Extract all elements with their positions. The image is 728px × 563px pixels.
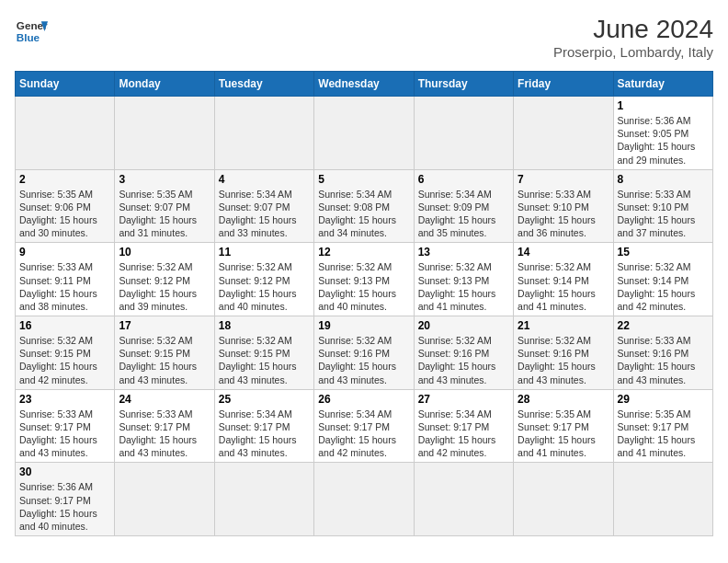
day-info: Sunrise: 5:35 AM Sunset: 9:06 PM Dayligh…	[19, 188, 110, 240]
calendar-cell	[414, 97, 513, 170]
calendar-cell: 9Sunrise: 5:33 AM Sunset: 9:11 PM Daylig…	[16, 243, 115, 316]
day-number: 17	[119, 319, 210, 332]
calendar-cell: 23Sunrise: 5:33 AM Sunset: 9:17 PM Dayli…	[16, 389, 115, 463]
day-number: 4	[219, 173, 310, 186]
calendar-cell: 10Sunrise: 5:32 AM Sunset: 9:12 PM Dayli…	[115, 243, 214, 316]
calendar-cell: 7Sunrise: 5:33 AM Sunset: 9:10 PM Daylig…	[514, 169, 613, 243]
calendar-cell: 21Sunrise: 5:32 AM Sunset: 9:16 PM Dayli…	[514, 316, 613, 390]
day-info: Sunrise: 5:32 AM Sunset: 9:16 PM Dayligh…	[418, 334, 509, 386]
day-info: Sunrise: 5:32 AM Sunset: 9:13 PM Dayligh…	[418, 260, 509, 313]
calendar-cell: 27Sunrise: 5:34 AM Sunset: 9:17 PM Dayli…	[414, 389, 513, 463]
day-header-sunday: Sunday	[16, 72, 115, 97]
calendar-cell: 1Sunrise: 5:36 AM Sunset: 9:05 PM Daylig…	[613, 97, 712, 170]
day-info: Sunrise: 5:34 AM Sunset: 9:09 PM Dayligh…	[418, 188, 509, 240]
calendar-cell: 18Sunrise: 5:32 AM Sunset: 9:15 PM Dayli…	[214, 316, 313, 390]
calendar-cell	[414, 463, 513, 536]
calendar-cell: 4Sunrise: 5:34 AM Sunset: 9:07 PM Daylig…	[214, 169, 313, 243]
week-row-3: 9Sunrise: 5:33 AM Sunset: 9:11 PM Daylig…	[16, 243, 713, 316]
calendar-cell: 15Sunrise: 5:32 AM Sunset: 9:14 PM Dayli…	[613, 243, 712, 316]
day-number: 13	[418, 246, 509, 259]
day-number: 12	[318, 246, 409, 259]
day-number: 21	[518, 319, 609, 332]
calendar-cell: 29Sunrise: 5:35 AM Sunset: 9:17 PM Dayli…	[613, 389, 712, 463]
day-info: Sunrise: 5:32 AM Sunset: 9:14 PM Dayligh…	[618, 260, 709, 313]
calendar-cell: 8Sunrise: 5:33 AM Sunset: 9:10 PM Daylig…	[613, 169, 712, 243]
day-number: 24	[119, 393, 210, 406]
day-info: Sunrise: 5:35 AM Sunset: 9:17 PM Dayligh…	[618, 408, 709, 460]
day-number: 7	[518, 173, 609, 186]
day-info: Sunrise: 5:33 AM Sunset: 9:17 PM Dayligh…	[19, 408, 110, 460]
day-number: 2	[19, 173, 110, 186]
day-info: Sunrise: 5:36 AM Sunset: 9:05 PM Dayligh…	[618, 114, 709, 167]
calendar-cell: 17Sunrise: 5:32 AM Sunset: 9:15 PM Dayli…	[115, 316, 214, 390]
day-info: Sunrise: 5:32 AM Sunset: 9:12 PM Dayligh…	[219, 260, 310, 313]
day-number: 23	[19, 393, 110, 406]
day-info: Sunrise: 5:32 AM Sunset: 9:15 PM Dayligh…	[219, 334, 310, 386]
calendar-title-area: June 2024 Proserpio, Lombardy, Italy	[553, 15, 713, 60]
calendar-header: SundayMondayTuesdayWednesdayThursdayFrid…	[16, 72, 713, 97]
day-number: 1	[618, 99, 709, 112]
day-info: Sunrise: 5:32 AM Sunset: 9:12 PM Dayligh…	[119, 260, 210, 313]
day-info: Sunrise: 5:32 AM Sunset: 9:14 PM Dayligh…	[518, 260, 609, 313]
calendar-cell: 13Sunrise: 5:32 AM Sunset: 9:13 PM Dayli…	[414, 243, 513, 316]
day-info: Sunrise: 5:36 AM Sunset: 9:17 PM Dayligh…	[19, 480, 110, 533]
calendar-cell	[115, 97, 214, 170]
day-info: Sunrise: 5:34 AM Sunset: 9:17 PM Dayligh…	[318, 408, 409, 460]
day-info: Sunrise: 5:34 AM Sunset: 9:08 PM Dayligh…	[318, 188, 409, 240]
day-header-saturday: Saturday	[613, 72, 712, 97]
day-number: 11	[219, 246, 310, 259]
day-info: Sunrise: 5:33 AM Sunset: 9:16 PM Dayligh…	[618, 334, 709, 386]
day-info: Sunrise: 5:34 AM Sunset: 9:07 PM Dayligh…	[219, 188, 310, 240]
day-info: Sunrise: 5:32 AM Sunset: 9:16 PM Dayligh…	[318, 334, 409, 386]
day-header-tuesday: Tuesday	[214, 72, 313, 97]
day-number: 15	[618, 246, 709, 259]
day-info: Sunrise: 5:34 AM Sunset: 9:17 PM Dayligh…	[219, 408, 310, 460]
calendar-cell	[514, 97, 613, 170]
day-info: Sunrise: 5:33 AM Sunset: 9:10 PM Dayligh…	[618, 188, 709, 240]
calendar-cell: 30Sunrise: 5:36 AM Sunset: 9:17 PM Dayli…	[16, 463, 115, 536]
day-number: 5	[318, 173, 409, 186]
day-number: 22	[618, 319, 709, 332]
day-number: 25	[219, 393, 310, 406]
day-number: 29	[618, 393, 709, 406]
calendar-cell	[514, 463, 613, 536]
day-number: 3	[119, 173, 210, 186]
day-number: 27	[418, 393, 509, 406]
calendar-cell: 19Sunrise: 5:32 AM Sunset: 9:16 PM Dayli…	[314, 316, 414, 390]
day-number: 10	[119, 246, 210, 259]
calendar-cell: 24Sunrise: 5:33 AM Sunset: 9:17 PM Dayli…	[115, 389, 214, 463]
day-number: 6	[418, 173, 509, 186]
day-number: 14	[518, 246, 609, 259]
week-row-2: 2Sunrise: 5:35 AM Sunset: 9:06 PM Daylig…	[16, 169, 713, 243]
day-number: 16	[19, 319, 110, 332]
calendar-cell: 11Sunrise: 5:32 AM Sunset: 9:12 PM Dayli…	[214, 243, 313, 316]
svg-text:Blue: Blue	[17, 31, 40, 43]
day-number: 19	[318, 319, 409, 332]
calendar-cell	[613, 463, 712, 536]
calendar-body: 1Sunrise: 5:36 AM Sunset: 9:05 PM Daylig…	[16, 97, 713, 536]
calendar-cell: 20Sunrise: 5:32 AM Sunset: 9:16 PM Dayli…	[414, 316, 513, 390]
calendar-cell: 16Sunrise: 5:32 AM Sunset: 9:15 PM Dayli…	[16, 316, 115, 390]
day-info: Sunrise: 5:35 AM Sunset: 9:07 PM Dayligh…	[119, 188, 210, 240]
day-header-wednesday: Wednesday	[314, 72, 414, 97]
day-info: Sunrise: 5:32 AM Sunset: 9:13 PM Dayligh…	[318, 260, 409, 313]
calendar-cell: 5Sunrise: 5:34 AM Sunset: 9:08 PM Daylig…	[314, 169, 414, 243]
week-row-1: 1Sunrise: 5:36 AM Sunset: 9:05 PM Daylig…	[16, 97, 713, 170]
calendar-cell: 25Sunrise: 5:34 AM Sunset: 9:17 PM Dayli…	[214, 389, 313, 463]
day-number: 9	[19, 246, 110, 259]
week-row-6: 30Sunrise: 5:36 AM Sunset: 9:17 PM Dayli…	[16, 463, 713, 536]
days-of-week-row: SundayMondayTuesdayWednesdayThursdayFrid…	[16, 72, 713, 97]
day-info: Sunrise: 5:32 AM Sunset: 9:15 PM Dayligh…	[119, 334, 210, 386]
calendar-cell: 6Sunrise: 5:34 AM Sunset: 9:09 PM Daylig…	[414, 169, 513, 243]
page-header: General Blue June 2024 Proserpio, Lombar…	[15, 15, 713, 60]
calendar-cell: 26Sunrise: 5:34 AM Sunset: 9:17 PM Dayli…	[314, 389, 414, 463]
day-number: 28	[518, 393, 609, 406]
calendar-table: SundayMondayTuesdayWednesdayThursdayFrid…	[15, 71, 713, 536]
month-year-title: June 2024	[553, 15, 713, 44]
day-info: Sunrise: 5:35 AM Sunset: 9:17 PM Dayligh…	[518, 408, 609, 460]
day-number: 8	[618, 173, 709, 186]
calendar-cell	[314, 463, 414, 536]
calendar-cell	[214, 463, 313, 536]
day-info: Sunrise: 5:33 AM Sunset: 9:17 PM Dayligh…	[119, 408, 210, 460]
day-info: Sunrise: 5:34 AM Sunset: 9:17 PM Dayligh…	[418, 408, 509, 460]
